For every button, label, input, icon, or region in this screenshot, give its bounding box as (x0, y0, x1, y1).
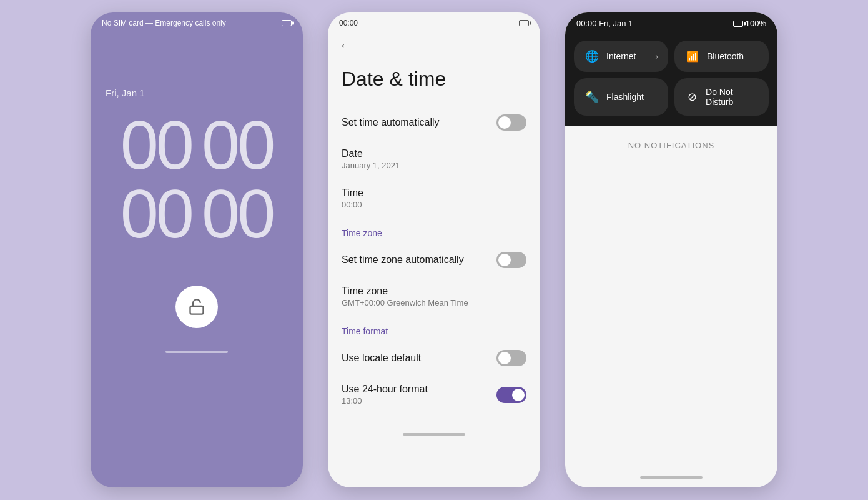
phone2-battery-icon (519, 20, 529, 26)
phone2-home-indicator (403, 433, 465, 436)
tile-label-dnd: Do Not Disturb (706, 87, 759, 107)
phone1-status-text: No SIM card — Emergency calls only (102, 19, 226, 28)
qs-tile-internet[interactable]: 🌐 Internet › (574, 41, 668, 72)
bluetooth-icon: 📶 (684, 51, 701, 62)
qs-grid: 🌐 Internet › 📶 Bluetooth 🔦 Flashlight ⊘ … (565, 34, 777, 126)
setting-row-auto-tz[interactable]: Set time zone automatically (328, 243, 540, 277)
phone3-status-time: 00:00 Fri, Jan 1 (576, 19, 633, 28)
internet-arrow: › (655, 51, 658, 61)
phone2-status-bar: 00:00 (328, 12, 540, 31)
svg-rect-0 (190, 306, 204, 314)
phone1-status-bar: No SIM card — Emergency calls only (91, 12, 303, 31)
qs-tile-flashlight[interactable]: 🔦 Flashlight (574, 78, 668, 116)
setting-label-locale: Use locale default (342, 352, 421, 364)
section-timezone: Time zone (328, 218, 540, 243)
dnd-icon: ⊘ (684, 90, 699, 104)
phone1-min-tens: 00 (121, 179, 192, 248)
phone1-time-display: 00 00 00 00 (91, 111, 303, 248)
phone3-status-bar: 00:00 Fri, Jan 1 100% (565, 12, 777, 34)
phone1-hour-ones: 00 (202, 111, 273, 179)
tile-label-flashlight: Flashlight (606, 92, 644, 102)
setting-row-time[interactable]: Time 00:00 (328, 179, 540, 218)
toggle-auto-tz[interactable] (496, 252, 526, 268)
phone1-time-row2: 00 00 (121, 179, 274, 248)
setting-label-time: Time (342, 188, 363, 199)
settings-list: Set time automatically Date January 1, 2… (328, 106, 540, 414)
phone2-status-time: 00:00 (339, 19, 358, 28)
toggle-24h[interactable] (496, 387, 526, 403)
setting-label-24h: Use 24-hour format (342, 384, 428, 395)
setting-row-locale[interactable]: Use locale default (328, 341, 540, 375)
setting-sub-24h: 13:00 (342, 396, 428, 406)
unlock-icon (188, 298, 205, 316)
toggle-auto-time[interactable] (496, 114, 526, 131)
page-title: Date & time (328, 60, 540, 106)
phone3-quicksettings: 00:00 Fri, Jan 1 100% 🌐 Internet › 📶 Blu… (565, 12, 777, 488)
setting-info-24h: Use 24-hour format 13:00 (342, 384, 428, 406)
setting-row-24h[interactable]: Use 24-hour format 13:00 (328, 375, 540, 414)
setting-info-date: Date January 1, 2021 (342, 148, 400, 170)
flashlight-icon: 🔦 (584, 90, 600, 104)
setting-info-time: Time 00:00 (342, 188, 363, 209)
setting-info-locale: Use locale default (342, 352, 421, 364)
setting-row-tz[interactable]: Time zone GMT+00:00 Greenwich Mean Time (328, 277, 540, 316)
setting-sub-date: January 1, 2021 (342, 161, 400, 170)
setting-sub-time: 00:00 (342, 200, 363, 209)
setting-label-date: Date (342, 148, 400, 159)
phone3-battery: 100% (733, 19, 766, 28)
qs-tile-bluetooth[interactable]: 📶 Bluetooth (674, 41, 769, 72)
internet-icon: 🌐 (584, 49, 600, 63)
phone2-settings: 00:00 ← Date & time Set time automatical… (328, 12, 540, 488)
phone1-battery-icon (282, 20, 292, 26)
toggle-locale[interactable] (496, 350, 526, 366)
unlock-button[interactable] (175, 286, 218, 328)
phone1-lockscreen: No SIM card — Emergency calls only Fri, … (91, 12, 303, 488)
setting-sub-tz: GMT+00:00 Greenwich Mean Time (342, 298, 468, 308)
phone1-hour-tens: 00 (121, 111, 192, 179)
setting-label-auto-time: Set time automatically (342, 117, 440, 128)
tile-label-internet: Internet (606, 51, 636, 61)
setting-row-auto-time[interactable]: Set time automatically (328, 106, 540, 139)
no-notifications-label: NO NOTIFICATIONS (565, 141, 777, 150)
phone3-home-indicator (640, 476, 703, 479)
setting-label-tz: Time zone (342, 286, 468, 297)
back-button[interactable]: ← (328, 31, 540, 60)
phone1-date: Fri, Jan 1 (91, 31, 303, 98)
setting-info-tz: Time zone GMT+00:00 Greenwich Mean Time (342, 286, 468, 308)
qs-tile-dnd[interactable]: ⊘ Do Not Disturb (674, 78, 769, 116)
setting-info-auto-time: Set time automatically (342, 117, 440, 128)
phone1-time-row1: 00 00 (121, 111, 274, 179)
tile-label-bluetooth: Bluetooth (707, 51, 744, 61)
setting-label-auto-tz: Set time zone automatically (342, 254, 464, 266)
setting-row-date[interactable]: Date January 1, 2021 (328, 139, 540, 179)
phone1-home-indicator (165, 351, 228, 353)
notifications-area: NO NOTIFICATIONS (565, 126, 777, 165)
phone3-battery-pct: 100% (746, 19, 766, 28)
phone3-battery-icon (733, 21, 743, 27)
section-format: Time format (328, 316, 540, 341)
phone1-min-ones: 00 (202, 179, 273, 248)
setting-info-auto-tz: Set time zone automatically (342, 254, 464, 266)
